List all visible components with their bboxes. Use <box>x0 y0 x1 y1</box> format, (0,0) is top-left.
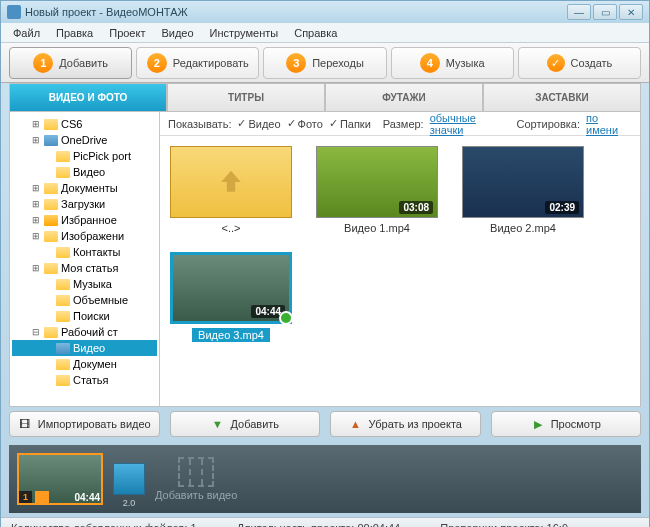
step-number-icon: 4 <box>420 53 440 73</box>
folder-icon <box>44 215 58 226</box>
thumb-label: <..> <box>222 222 241 234</box>
tree-item[interactable]: Объемные <box>12 292 157 308</box>
video-thumbnail[interactable]: 02:39Видео 2.mp4 <box>462 146 584 234</box>
step-4[interactable]: 4Музыка <box>391 47 514 79</box>
tab-0[interactable]: ВИДЕО И ФОТО <box>9 83 167 111</box>
preview-button[interactable]: ▶Просмотр <box>491 411 642 437</box>
tree-item[interactable]: Докумен <box>12 356 157 372</box>
folder-icon <box>56 279 70 290</box>
tree-item[interactable]: ⊞Изображени <box>12 228 157 244</box>
app-window: Новый проект - ВидеоМОНТАЖ — ▭ ✕ ФайлПра… <box>0 0 650 527</box>
size-label: Размер: <box>383 118 424 130</box>
menu-1[interactable]: Правка <box>48 24 101 42</box>
menu-4[interactable]: Инструменты <box>202 24 287 42</box>
add-video-slot[interactable]: Добавить видео <box>155 457 237 501</box>
arrow-down-icon: ▼ <box>210 417 224 431</box>
timeline-clip[interactable]: 1 04:44 <box>17 453 103 505</box>
transition-duration: 2.0 <box>123 498 136 508</box>
timeline[interactable]: 1 04:44 2.0 Добавить видео <box>9 445 641 513</box>
menu-3[interactable]: Видео <box>153 24 201 42</box>
sort-link[interactable]: по имени <box>586 112 632 136</box>
thumbnail-grid: <..>03:08Видео 1.mp402:39Видео 2.mp404:4… <box>160 136 640 406</box>
tree-item[interactable]: ⊞CS6 <box>12 116 157 132</box>
tree-item[interactable]: Контакты <box>12 244 157 260</box>
folder-tree[interactable]: ⊞CS6⊞OneDrivePicPick portВидео⊞Документы… <box>10 112 159 406</box>
menubar: ФайлПравкаПроектВидеоИнструментыСправка <box>1 23 649 43</box>
duration-badge: 03:08 <box>399 201 433 214</box>
close-button[interactable]: ✕ <box>619 4 643 20</box>
tree-item[interactable]: Статья <box>12 372 157 388</box>
folder-icon <box>56 151 70 162</box>
thumb-image <box>170 146 292 218</box>
filter-video-checkbox[interactable]: ✓ Видео <box>237 117 280 130</box>
edit-icon[interactable] <box>35 491 49 503</box>
browser-panel: Показывать: ✓ Видео ✓ Фото ✓ Папки Разме… <box>160 112 640 406</box>
menu-2[interactable]: Проект <box>101 24 153 42</box>
menu-0[interactable]: Файл <box>5 24 48 42</box>
tree-item[interactable]: Видео <box>12 340 157 356</box>
import-video-button[interactable]: 🎞Импортировать видео <box>9 411 160 437</box>
tree-item[interactable]: Поиски <box>12 308 157 324</box>
size-link[interactable]: обычные значки <box>430 112 511 136</box>
folder-icon <box>56 343 70 354</box>
film-placeholder-icon <box>178 457 214 487</box>
tree-item[interactable]: PicPick port <box>12 148 157 164</box>
folder-icon <box>44 135 58 146</box>
tree-item[interactable]: ⊞Моя статья <box>12 260 157 276</box>
tab-3[interactable]: ЗАСТАВКИ <box>483 83 641 111</box>
thumb-label: Видео 1.mp4 <box>344 222 410 234</box>
folder-icon <box>56 247 70 258</box>
folder-icon <box>44 231 58 242</box>
maximize-button[interactable]: ▭ <box>593 4 617 20</box>
video-thumbnail[interactable]: 03:08Видео 1.mp4 <box>316 146 438 234</box>
parent-folder[interactable]: <..> <box>170 146 292 234</box>
folder-icon <box>56 167 70 178</box>
tree-item[interactable]: ⊞OneDrive <box>12 132 157 148</box>
folder-icon <box>56 295 70 306</box>
check-icon: ✓ <box>547 54 565 72</box>
sort-label: Сортировка: <box>517 118 580 130</box>
video-thumbnail[interactable]: 04:44Видео 3.mp4 <box>170 252 292 342</box>
menu-5[interactable]: Справка <box>286 24 345 42</box>
transition-slot[interactable]: 2.0 <box>113 463 145 495</box>
step-1[interactable]: 1Добавить <box>9 47 132 79</box>
clip-duration: 04:44 <box>74 492 100 503</box>
play-icon: ▶ <box>531 417 545 431</box>
folder-icon <box>44 119 58 130</box>
window-title: Новый проект - ВидеоМОНТАЖ <box>25 6 567 18</box>
tree-item[interactable]: ⊞Избранное <box>12 212 157 228</box>
tree-item[interactable]: ⊞Документы <box>12 180 157 196</box>
folder-icon <box>44 199 58 210</box>
minimize-button[interactable]: — <box>567 4 591 20</box>
step-2[interactable]: 2Редактировать <box>136 47 259 79</box>
arrow-up-icon: ▲ <box>349 417 363 431</box>
tab-2[interactable]: ФУТАЖИ <box>325 83 483 111</box>
remove-button[interactable]: ▲Убрать из проекта <box>330 411 481 437</box>
thumb-image: 04:44 <box>170 252 292 324</box>
add-button[interactable]: ▼Добавить <box>170 411 321 437</box>
step-3[interactable]: 3Переходы <box>263 47 386 79</box>
step-5[interactable]: ✓Создать <box>518 47 641 79</box>
tab-1[interactable]: ТИТРЫ <box>167 83 325 111</box>
thumb-image: 02:39 <box>462 146 584 218</box>
show-label: Показывать: <box>168 118 231 130</box>
main-panel: ⊞CS6⊞OneDrivePicPick portВидео⊞Документы… <box>9 111 641 407</box>
tree-item[interactable]: ⊟Рабочий ст <box>12 324 157 340</box>
steps-bar: 1Добавить2Редактировать3Переходы4Музыка✓… <box>1 43 649 83</box>
step-number-icon: 2 <box>147 53 167 73</box>
folder-icon <box>44 263 58 274</box>
tree-item[interactable]: ⊞Загрузки <box>12 196 157 212</box>
folder-tree-panel: ⊞CS6⊞OneDrivePicPick portВидео⊞Документы… <box>10 112 160 406</box>
tree-item[interactable]: Видео <box>12 164 157 180</box>
titlebar: Новый проект - ВидеоМОНТАЖ — ▭ ✕ <box>1 1 649 23</box>
filter-folders-checkbox[interactable]: ✓ Папки <box>329 117 371 130</box>
filter-photo-checkbox[interactable]: ✓ Фото <box>287 117 323 130</box>
action-bar: 🎞Импортировать видео ▼Добавить ▲Убрать и… <box>9 407 641 439</box>
statusbar: Количество добавленных файлов: 1 Длитель… <box>1 517 649 527</box>
filter-bar: Показывать: ✓ Видео ✓ Фото ✓ Папки Разме… <box>160 112 640 136</box>
folder-icon <box>56 375 70 386</box>
tree-item[interactable]: Музыка <box>12 276 157 292</box>
added-badge-icon <box>279 311 293 325</box>
thumb-label: Видео 3.mp4 <box>192 328 270 342</box>
tabs: ВИДЕО И ФОТОТИТРЫФУТАЖИЗАСТАВКИ <box>9 83 641 111</box>
